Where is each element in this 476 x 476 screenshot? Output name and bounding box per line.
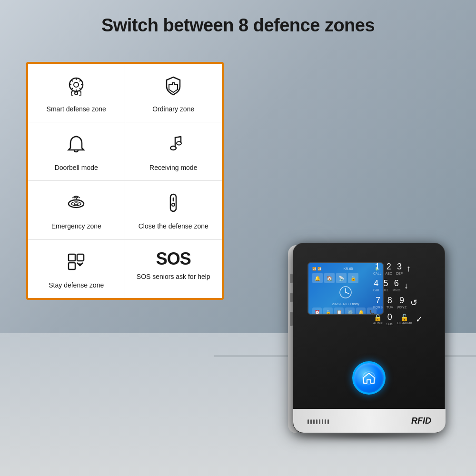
zone-receiving-label: Receiving mode xyxy=(149,163,197,172)
key-up[interactable]: ↑ xyxy=(407,264,411,274)
lcd-icon-4: 🔒 xyxy=(348,273,358,283)
zone-stay-defense-label: Stay defense zone xyxy=(49,281,104,289)
svg-point-15 xyxy=(69,200,84,208)
key-1[interactable]: 1 CALL xyxy=(373,262,382,275)
brain-gear-icon xyxy=(65,74,88,100)
svg-line-9 xyxy=(79,80,81,81)
zone-smart-defense: Smart defense zone xyxy=(28,64,125,122)
svg-rect-22 xyxy=(69,254,75,261)
lcd-screen: 📶 📶 KR-65 🔋 🔔 🏠 📡 🔒 xyxy=(307,262,384,315)
shield-icon xyxy=(162,74,185,100)
key-arm[interactable]: 🔒 ARM# xyxy=(373,314,382,325)
speaker-holes xyxy=(307,419,329,424)
keypad-row-4: 🔒 ARM# 0 SOS 🔓 DISARM# ✓ xyxy=(373,313,435,326)
key-back[interactable]: ↺ xyxy=(410,298,417,308)
lcd-icon-1: 🔔 xyxy=(312,273,323,283)
zone-close-defense: Close the defense zone xyxy=(125,181,222,239)
lcd-btn-1: ⏰ xyxy=(312,307,322,315)
key-down[interactable]: ↓ xyxy=(404,281,408,291)
zone-stay-defense: Stay defense zone xyxy=(28,240,125,298)
svg-point-16 xyxy=(71,202,81,206)
key-7[interactable]: 7 PQRS xyxy=(373,296,383,309)
key-8[interactable]: 8 TUV xyxy=(387,296,393,309)
bell-icon xyxy=(65,133,88,159)
zone-receiving: Receiving mode xyxy=(125,122,222,181)
key-6[interactable]: 6 MNO xyxy=(393,279,400,292)
keypad-row-1: 1 CALL 2 ABC 3 DEF ↑ xyxy=(373,262,435,275)
lcd-bottom-icons: ⏰ 🔒 📋 ⚙️ 🔔 📞 xyxy=(312,307,379,315)
squares-icon xyxy=(65,250,88,276)
zone-close-defense-label: Close the defense zone xyxy=(139,222,208,230)
lcd-time xyxy=(312,285,379,301)
home-button[interactable] xyxy=(352,361,386,395)
lcd-btn-2: 🔒 xyxy=(323,307,333,315)
keypad-row-2: 4 GHI 5 JKL 6 MNO ↓ xyxy=(373,279,435,292)
key-disarm[interactable]: 🔓 DISARM# xyxy=(397,314,412,325)
svg-point-2 xyxy=(74,82,79,87)
lcd-status-bar: 📶 📶 KR-65 🔋 xyxy=(312,267,379,271)
svg-line-7 xyxy=(71,80,73,81)
lcd-wifi: 📶 📶 xyxy=(312,267,322,271)
zone-emergency-label: Emergency zone xyxy=(51,222,101,230)
smoke-detector-icon xyxy=(65,191,88,217)
zones-card: Smart defense zone Ordinary zone xyxy=(26,62,224,300)
lcd-date: 2023-01-01 Friday xyxy=(312,302,379,306)
svg-rect-24 xyxy=(69,263,75,269)
svg-point-14 xyxy=(177,142,181,145)
zone-sos: SOS SOS seniors ask for help xyxy=(125,240,222,298)
zone-emergency: Emergency zone xyxy=(28,181,125,239)
zones-grid: Smart defense zone Ordinary zone xyxy=(28,64,222,298)
lcd-btn-3: 📋 xyxy=(334,307,344,315)
key-9[interactable]: 9 WXYZ xyxy=(397,296,407,309)
svg-line-8 xyxy=(79,88,81,89)
rfid-label: RFID xyxy=(411,416,431,426)
remote-icon xyxy=(162,191,185,217)
keypad-row-3: 7 PQRS 8 TUV 9 WXYZ ↺ xyxy=(373,296,435,309)
lcd-device-id: KR-65 xyxy=(344,267,353,271)
sos-icon: SOS xyxy=(156,250,191,268)
svg-point-21 xyxy=(172,203,175,206)
alarm-device: 📶 📶 KR-65 🔋 🔔 🏠 📡 🔒 xyxy=(288,233,450,433)
zone-doorbell-label: Doorbell mode xyxy=(55,163,98,172)
lcd-icon-2: 🏠 xyxy=(324,273,335,283)
svg-point-17 xyxy=(74,203,78,205)
zone-doorbell: Doorbell mode xyxy=(28,122,125,181)
zone-ordinary: Ordinary zone xyxy=(125,64,222,122)
key-2[interactable]: 2 ABC xyxy=(386,262,392,275)
key-confirm[interactable]: ✓ xyxy=(416,314,423,325)
lcd-icons: 🔔 🏠 📡 🔒 xyxy=(312,273,379,283)
music-note-icon xyxy=(162,133,185,159)
svg-line-27 xyxy=(346,292,349,294)
lcd-icon-3: 📡 xyxy=(336,273,347,283)
keypad: 1 CALL 2 ABC 3 DEF ↑ 4 GHI xyxy=(373,262,435,330)
key-0[interactable]: 0 SOS xyxy=(386,313,393,326)
svg-line-10 xyxy=(71,88,73,89)
key-4[interactable]: 4 GHI xyxy=(373,279,379,292)
zone-sos-label: SOS seniors ask for help xyxy=(137,272,210,281)
zone-ordinary-label: Ordinary zone xyxy=(152,105,194,113)
zone-smart-defense-label: Smart defense zone xyxy=(47,105,106,113)
lcd-btn-4: ⚙️ xyxy=(345,307,355,315)
svg-point-13 xyxy=(170,146,176,150)
page-title: Switch between 8 defence zones xyxy=(0,15,476,36)
device-body: 📶 📶 KR-65 🔋 🔔 🏠 📡 🔒 xyxy=(293,243,445,433)
svg-rect-23 xyxy=(77,254,84,261)
key-3[interactable]: 3 DEF xyxy=(396,262,403,275)
lcd-btn-5: 🔔 xyxy=(356,307,366,315)
svg-point-11 xyxy=(75,92,78,95)
key-5[interactable]: 5 JKL xyxy=(383,279,388,292)
device-bottom-frame: RFID xyxy=(293,409,446,433)
